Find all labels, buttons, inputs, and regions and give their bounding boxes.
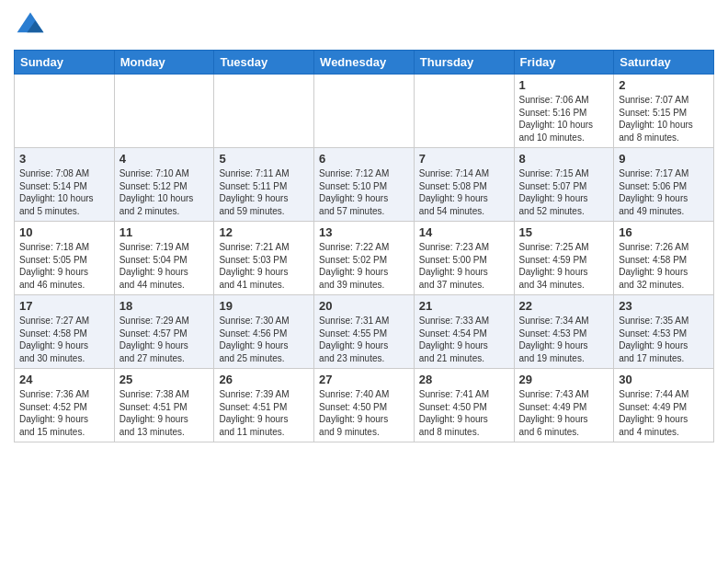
day-info: Sunrise: 7:07 AM Sunset: 5:15 PM Dayligh… xyxy=(619,94,709,144)
day-number: 3 xyxy=(19,152,109,166)
day-number: 9 xyxy=(619,152,709,166)
day-info: Sunrise: 7:18 AM Sunset: 5:05 PM Dayligh… xyxy=(19,241,109,291)
calendar-week-1: 1Sunrise: 7:06 AM Sunset: 5:16 PM Daylig… xyxy=(15,75,714,148)
day-info: Sunrise: 7:25 AM Sunset: 4:59 PM Dayligh… xyxy=(519,241,609,291)
day-info: Sunrise: 7:23 AM Sunset: 5:00 PM Dayligh… xyxy=(419,241,509,291)
day-info: Sunrise: 7:35 AM Sunset: 4:53 PM Dayligh… xyxy=(619,315,709,364)
day-info: Sunrise: 7:11 AM Sunset: 5:11 PM Dayligh… xyxy=(219,167,309,217)
day-number: 2 xyxy=(619,78,709,92)
calendar-cell: 18Sunrise: 7:29 AM Sunset: 4:57 PM Dayli… xyxy=(114,295,214,369)
day-number: 30 xyxy=(619,373,709,386)
calendar-table: SundayMondayTuesdayWednesdayThursdayFrid… xyxy=(14,50,714,442)
calendar-cell: 21Sunrise: 7:33 AM Sunset: 4:54 PM Dayli… xyxy=(414,295,514,369)
day-number: 28 xyxy=(419,373,509,386)
calendar-cell: 13Sunrise: 7:22 AM Sunset: 5:02 PM Dayli… xyxy=(314,222,415,295)
weekday-header-thursday: Thursday xyxy=(414,51,514,75)
day-number: 11 xyxy=(119,225,210,239)
day-info: Sunrise: 7:17 AM Sunset: 5:06 PM Dayligh… xyxy=(619,167,709,217)
weekday-header-sunday: Sunday xyxy=(15,51,115,75)
day-number: 4 xyxy=(119,152,210,166)
day-info: Sunrise: 7:12 AM Sunset: 5:10 PM Dayligh… xyxy=(319,167,409,217)
calendar-cell: 15Sunrise: 7:25 AM Sunset: 4:59 PM Dayli… xyxy=(514,222,614,295)
calendar-cell: 3Sunrise: 7:08 AM Sunset: 5:14 PM Daylig… xyxy=(15,148,115,222)
day-info: Sunrise: 7:33 AM Sunset: 4:54 PM Dayligh… xyxy=(419,315,509,364)
calendar-cell: 26Sunrise: 7:39 AM Sunset: 4:51 PM Dayli… xyxy=(214,369,314,442)
calendar-cell: 8Sunrise: 7:15 AM Sunset: 5:07 PM Daylig… xyxy=(514,148,614,222)
day-number: 15 xyxy=(519,225,609,239)
calendar-cell: 23Sunrise: 7:35 AM Sunset: 4:53 PM Dayli… xyxy=(614,295,714,369)
day-info: Sunrise: 7:43 AM Sunset: 4:49 PM Dayligh… xyxy=(519,388,609,438)
calendar-cell: 20Sunrise: 7:31 AM Sunset: 4:55 PM Dayli… xyxy=(314,295,415,369)
day-number: 22 xyxy=(519,299,609,313)
day-number: 20 xyxy=(319,299,409,313)
day-info: Sunrise: 7:29 AM Sunset: 4:57 PM Dayligh… xyxy=(119,315,210,364)
day-number: 24 xyxy=(19,373,109,386)
day-info: Sunrise: 7:26 AM Sunset: 4:58 PM Dayligh… xyxy=(619,241,709,291)
calendar-cell: 29Sunrise: 7:43 AM Sunset: 4:49 PM Dayli… xyxy=(514,369,614,442)
calendar-week-4: 17Sunrise: 7:27 AM Sunset: 4:58 PM Dayli… xyxy=(15,295,714,369)
calendar-cell: 30Sunrise: 7:44 AM Sunset: 4:49 PM Dayli… xyxy=(614,369,714,442)
calendar-cell: 16Sunrise: 7:26 AM Sunset: 4:58 PM Dayli… xyxy=(614,222,714,295)
page-container: SundayMondayTuesdayWednesdayThursdayFrid… xyxy=(0,0,728,452)
day-number: 23 xyxy=(619,299,709,313)
day-number: 27 xyxy=(319,373,409,386)
day-number: 17 xyxy=(19,299,109,313)
day-info: Sunrise: 7:31 AM Sunset: 4:55 PM Dayligh… xyxy=(319,315,409,364)
day-number: 18 xyxy=(119,299,210,313)
calendar-cell: 17Sunrise: 7:27 AM Sunset: 4:58 PM Dayli… xyxy=(15,295,115,369)
day-info: Sunrise: 7:10 AM Sunset: 5:12 PM Dayligh… xyxy=(119,167,210,217)
day-number: 13 xyxy=(319,225,409,239)
calendar-week-2: 3Sunrise: 7:08 AM Sunset: 5:14 PM Daylig… xyxy=(15,148,714,222)
calendar-cell: 25Sunrise: 7:38 AM Sunset: 4:51 PM Dayli… xyxy=(114,369,214,442)
calendar-cell xyxy=(214,75,314,148)
day-info: Sunrise: 7:15 AM Sunset: 5:07 PM Dayligh… xyxy=(519,167,609,217)
calendar-cell: 9Sunrise: 7:17 AM Sunset: 5:06 PM Daylig… xyxy=(614,148,714,222)
calendar-cell xyxy=(15,75,115,148)
calendar-cell: 5Sunrise: 7:11 AM Sunset: 5:11 PM Daylig… xyxy=(214,148,314,222)
calendar-cell: 7Sunrise: 7:14 AM Sunset: 5:08 PM Daylig… xyxy=(414,148,514,222)
day-number: 26 xyxy=(219,373,309,386)
day-info: Sunrise: 7:19 AM Sunset: 5:04 PM Dayligh… xyxy=(119,241,210,291)
day-number: 16 xyxy=(619,225,709,239)
day-info: Sunrise: 7:14 AM Sunset: 5:08 PM Dayligh… xyxy=(419,167,509,217)
day-number: 14 xyxy=(419,225,509,239)
calendar-cell: 19Sunrise: 7:30 AM Sunset: 4:56 PM Dayli… xyxy=(214,295,314,369)
calendar-cell: 12Sunrise: 7:21 AM Sunset: 5:03 PM Dayli… xyxy=(214,222,314,295)
day-info: Sunrise: 7:44 AM Sunset: 4:49 PM Dayligh… xyxy=(619,388,709,438)
day-info: Sunrise: 7:30 AM Sunset: 4:56 PM Dayligh… xyxy=(219,315,309,364)
day-number: 10 xyxy=(19,225,109,239)
day-number: 8 xyxy=(519,152,609,166)
calendar-cell: 14Sunrise: 7:23 AM Sunset: 5:00 PM Dayli… xyxy=(414,222,514,295)
weekday-header-wednesday: Wednesday xyxy=(314,51,415,75)
calendar-week-5: 24Sunrise: 7:36 AM Sunset: 4:52 PM Dayli… xyxy=(15,369,714,442)
calendar-cell xyxy=(114,75,214,148)
calendar-cell: 28Sunrise: 7:41 AM Sunset: 4:50 PM Dayli… xyxy=(414,369,514,442)
day-info: Sunrise: 7:36 AM Sunset: 4:52 PM Dayligh… xyxy=(19,388,109,438)
day-info: Sunrise: 7:22 AM Sunset: 5:02 PM Dayligh… xyxy=(319,241,409,291)
weekday-header-monday: Monday xyxy=(114,51,214,75)
weekday-header-friday: Friday xyxy=(514,51,614,75)
day-number: 7 xyxy=(419,152,509,166)
day-number: 19 xyxy=(219,299,309,313)
day-info: Sunrise: 7:34 AM Sunset: 4:53 PM Dayligh… xyxy=(519,315,609,364)
day-number: 6 xyxy=(319,152,409,166)
day-info: Sunrise: 7:06 AM Sunset: 5:16 PM Dayligh… xyxy=(519,94,609,144)
day-info: Sunrise: 7:08 AM Sunset: 5:14 PM Dayligh… xyxy=(19,167,109,217)
calendar-cell: 27Sunrise: 7:40 AM Sunset: 4:50 PM Dayli… xyxy=(314,369,415,442)
calendar-cell: 2Sunrise: 7:07 AM Sunset: 5:15 PM Daylig… xyxy=(614,75,714,148)
day-number: 5 xyxy=(219,152,309,166)
calendar-cell: 6Sunrise: 7:12 AM Sunset: 5:10 PM Daylig… xyxy=(314,148,415,222)
calendar-cell xyxy=(314,75,415,148)
day-info: Sunrise: 7:27 AM Sunset: 4:58 PM Dayligh… xyxy=(19,315,109,364)
calendar-cell: 4Sunrise: 7:10 AM Sunset: 5:12 PM Daylig… xyxy=(114,148,214,222)
weekday-header-tuesday: Tuesday xyxy=(214,51,314,75)
day-number: 21 xyxy=(419,299,509,313)
day-number: 12 xyxy=(219,225,309,239)
logo xyxy=(14,9,51,42)
day-info: Sunrise: 7:21 AM Sunset: 5:03 PM Dayligh… xyxy=(219,241,309,291)
calendar-cell: 10Sunrise: 7:18 AM Sunset: 5:05 PM Dayli… xyxy=(15,222,115,295)
day-number: 25 xyxy=(119,373,210,386)
calendar-cell: 24Sunrise: 7:36 AM Sunset: 4:52 PM Dayli… xyxy=(15,369,115,442)
day-info: Sunrise: 7:38 AM Sunset: 4:51 PM Dayligh… xyxy=(119,388,210,438)
day-info: Sunrise: 7:40 AM Sunset: 4:50 PM Dayligh… xyxy=(319,388,409,438)
